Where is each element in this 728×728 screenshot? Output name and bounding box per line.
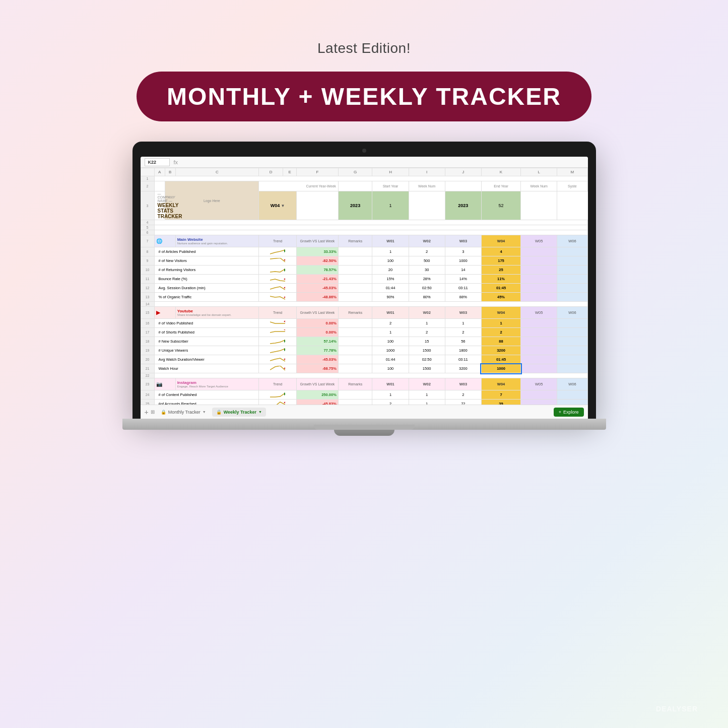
- tab-grid-icon[interactable]: ⊞: [151, 409, 155, 415]
- col-header-i: I: [409, 168, 445, 176]
- row-22: 22: [141, 373, 587, 378]
- tab-monthly-lock-icon: 🔒: [161, 410, 166, 415]
- end-week-num-label: Week Num: [530, 184, 548, 188]
- svg-marker-7: [284, 329, 285, 331]
- row-14: 14: [141, 302, 587, 307]
- laptop-wrapper: K22 fx: [122, 142, 606, 436]
- badge-container: MONTHLY + WEEKLY TRACKER: [137, 72, 591, 121]
- ig-metric-row-25: 25 #of Accounts Reached -45.83% 2 1 72 3…: [141, 400, 587, 405]
- header-row-2: 2 Logo Here Current Year-Week Start Year: [141, 181, 587, 191]
- youtube-title: Youtube: [177, 309, 257, 313]
- w04-value[interactable]: W04: [271, 203, 280, 208]
- col-header-f: F: [297, 168, 339, 176]
- tab-bar: + ⊞ 🔒 Monthly Tracker ▼ 🔒 Weekly Tracker…: [141, 405, 588, 419]
- laptop-stand: [334, 430, 394, 436]
- instagram-title: Instagram: [177, 380, 257, 385]
- laptop-camera: [362, 149, 366, 153]
- col-header-a: A: [154, 168, 165, 176]
- main-metric-row-13: 13 % of Organic Traffic -48.86% 90% 80% …: [141, 293, 587, 302]
- end-year-value[interactable]: 2023: [458, 203, 468, 208]
- start-year-label: Start Year: [383, 184, 399, 188]
- col-header-c: C: [175, 168, 258, 176]
- col-header-h: H: [372, 168, 409, 176]
- start-year-value[interactable]: 2023: [350, 203, 360, 208]
- yt-metric-row-21: 21 Watch Hour -68.75% 100 1500 3200 1000: [141, 364, 587, 373]
- yt-metric-row-16: 16 # of Video Published 0.00% 2 1 1 1: [141, 319, 587, 328]
- main-website-icon: 🌐: [156, 238, 162, 244]
- col-header-d: D: [259, 168, 283, 176]
- formula-bar: K22 fx: [141, 157, 588, 168]
- tab-weekly-label[interactable]: Weekly Tracker: [224, 410, 256, 415]
- tab-weekly[interactable]: 🔒 Weekly Tracker ▼: [212, 408, 266, 417]
- watermark: DEALYSER: [656, 705, 698, 713]
- system-label: Syste: [557, 181, 587, 191]
- yt-metric-row-17: 17 # of Shorts Published 0.00% 1 2 2 2: [141, 328, 587, 337]
- main-metric-row-12: 12 Avg. Session Duration (min) -45.03% 0…: [141, 284, 587, 293]
- col-header-j: J: [445, 168, 481, 176]
- instagram-subtitle: Engage, Reach More Target Audience: [177, 385, 257, 388]
- section-main-website-header: 7 🌐 Main Website Nurture audience and ga…: [141, 235, 587, 247]
- main-metric-row-9: 9 # of New Visitors -82.50% 100 500 1000…: [141, 256, 587, 266]
- ig-metric-row-24: 24 # of Content Published 250.00% 1 1 2 …: [141, 390, 587, 400]
- section-youtube-header: 15 ▶ Youtube Share knowledge and be doma…: [141, 307, 587, 319]
- row-1: 1: [141, 176, 587, 181]
- explore-label[interactable]: Explore: [563, 410, 579, 415]
- col-header-l: L: [521, 168, 557, 176]
- tab-monthly[interactable]: 🔒 Monthly Tracker ▼: [157, 408, 210, 417]
- main-metric-row-8: 8 # of Articles Published 33.33% 1 2 3 4: [141, 247, 587, 256]
- col-header-b: B: [165, 168, 175, 176]
- col-header-e: E: [283, 168, 297, 176]
- section-instagram-header: 23 📷 Instagram Engage, Reach More Target…: [141, 378, 587, 390]
- formula-icon: fx: [174, 159, 178, 165]
- badge-text: MONTHLY + WEEKLY TRACKER: [167, 83, 561, 110]
- current-year-week-label: Current Year-Week: [306, 184, 336, 188]
- explore-plus-icon: +: [559, 410, 561, 415]
- col-header-k: K: [481, 168, 520, 176]
- company-name: — COMPANY NAME —: [158, 192, 174, 203]
- row-4: 4: [141, 220, 587, 225]
- tab-monthly-dropdown-icon[interactable]: ▼: [203, 410, 206, 414]
- main-metric-row-10: 10 # of Returning Visitors 78.57% 20 30 …: [141, 266, 587, 275]
- week-num-value: 1: [389, 203, 392, 208]
- laptop-base: [122, 419, 606, 430]
- spreadsheet-table: A B C D E F G H I J K L M: [141, 168, 588, 405]
- youtube-subtitle: Share knowledge and be domain expert.: [177, 313, 257, 316]
- column-header-row: A B C D E F G H I J K L M: [141, 168, 587, 176]
- main-metric-row-11: 11 Bounce Rate (%) -21.43% 15% 28% 14% 1…: [141, 275, 587, 284]
- svg-marker-6: [284, 320, 285, 323]
- end-year-label: End Year: [494, 184, 508, 188]
- laptop-screen-inner: K22 fx: [141, 157, 588, 419]
- week-num-label: Week Num: [418, 184, 436, 188]
- svg-marker-3: [284, 278, 285, 281]
- col-header-rownum: [141, 168, 154, 176]
- dropdown-arrow[interactable]: ▼: [281, 204, 285, 208]
- page-edition-label: Latest Edition!: [317, 40, 411, 56]
- yt-metric-row-18: 18 # New Subscriber 57.14% 100 15 56 88: [141, 337, 587, 346]
- cell-reference: K22: [145, 158, 170, 166]
- tab-add-button[interactable]: +: [145, 408, 149, 416]
- row-5: 5: [141, 225, 587, 230]
- logo-text: Logo Here: [166, 199, 257, 203]
- tab-weekly-dropdown-icon[interactable]: ▼: [258, 410, 262, 414]
- youtube-icon: ▶: [156, 309, 160, 315]
- col-header-m: M: [557, 168, 587, 176]
- main-website-subtitle: Nurture audience and gain reputation.: [177, 242, 257, 245]
- tracker-title: WEEKLY STATS TRACKER: [158, 203, 174, 219]
- laptop-screen-outer: K22 fx: [133, 142, 596, 419]
- main-website-title: Main Website: [177, 237, 257, 242]
- tab-weekly-lock-icon: 🔒: [216, 410, 222, 415]
- tab-monthly-label[interactable]: Monthly Tracker: [168, 410, 201, 415]
- yt-metric-row-19: 19 # Unique Viewers 77.78% 1000 1500 180…: [141, 346, 587, 355]
- instagram-icon: 📷: [156, 381, 162, 387]
- yt-metric-row-20: 20 Avg Watch Duration/Viewer -45.03% 01:…: [141, 355, 587, 364]
- end-week-num-value: 52: [499, 203, 504, 208]
- explore-button[interactable]: + Explore: [554, 408, 584, 417]
- col-header-g: G: [338, 168, 372, 176]
- row-6: 6: [141, 230, 587, 235]
- sheet-content[interactable]: A B C D E F G H I J K L M: [141, 168, 588, 405]
